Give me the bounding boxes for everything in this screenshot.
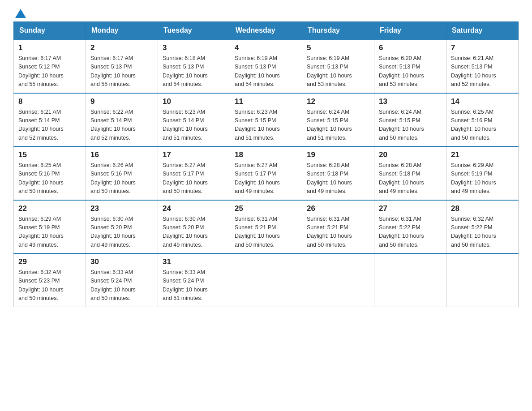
day-number: 18: [235, 150, 297, 159]
calendar-cell: 9Sunrise: 6:22 AMSunset: 5:14 PMDaylight…: [86, 93, 158, 147]
day-number: 13: [379, 97, 442, 106]
calendar-cell: [230, 253, 302, 307]
calendar-cell: 2Sunrise: 6:17 AMSunset: 5:13 PMDaylight…: [86, 39, 158, 93]
calendar-cell: 6Sunrise: 6:20 AMSunset: 5:13 PMDaylight…: [374, 39, 446, 93]
calendar-cell: 25Sunrise: 6:31 AMSunset: 5:21 PMDayligh…: [230, 200, 302, 254]
calendar-cell: 18Sunrise: 6:27 AMSunset: 5:17 PMDayligh…: [230, 146, 302, 200]
calendar-cell: [302, 253, 374, 307]
calendar-cell: 27Sunrise: 6:31 AMSunset: 5:22 PMDayligh…: [374, 200, 446, 254]
day-info: Sunrise: 6:32 AMSunset: 5:22 PMDaylight:…: [451, 215, 514, 250]
day-number: 16: [90, 150, 153, 159]
day-info: Sunrise: 6:17 AMSunset: 5:12 PMDaylight:…: [18, 54, 81, 89]
logo: [13, 9, 26, 17]
day-info: Sunrise: 6:23 AMSunset: 5:15 PMDaylight:…: [235, 108, 297, 143]
page-header: [13, 9, 519, 17]
day-info: Sunrise: 6:28 AMSunset: 5:18 PMDaylight:…: [307, 161, 369, 196]
calendar-header-wednesday: Wednesday: [230, 22, 302, 40]
calendar-header-monday: Monday: [86, 22, 158, 40]
day-number: 27: [379, 204, 442, 213]
calendar-header-row: SundayMondayTuesdayWednesdayThursdayFrid…: [14, 22, 519, 40]
calendar-cell: 3Sunrise: 6:18 AMSunset: 5:13 PMDaylight…: [158, 39, 230, 93]
calendar-header-tuesday: Tuesday: [158, 22, 230, 40]
calendar-cell: 26Sunrise: 6:31 AMSunset: 5:21 PMDayligh…: [302, 200, 374, 254]
calendar-week-row: 8Sunrise: 6:21 AMSunset: 5:14 PMDaylight…: [14, 93, 519, 147]
day-info: Sunrise: 6:27 AMSunset: 5:17 PMDaylight:…: [163, 161, 225, 196]
day-number: 31: [163, 257, 225, 266]
day-number: 23: [90, 204, 153, 213]
day-info: Sunrise: 6:25 AMSunset: 5:16 PMDaylight:…: [451, 108, 514, 143]
calendar-header-friday: Friday: [374, 22, 446, 40]
calendar-cell: 21Sunrise: 6:29 AMSunset: 5:19 PMDayligh…: [446, 146, 519, 200]
day-info: Sunrise: 6:25 AMSunset: 5:16 PMDaylight:…: [18, 161, 81, 196]
day-info: Sunrise: 6:19 AMSunset: 5:13 PMDaylight:…: [307, 54, 369, 89]
day-number: 19: [307, 150, 369, 159]
calendar-cell: 1Sunrise: 6:17 AMSunset: 5:12 PMDaylight…: [14, 39, 86, 93]
day-info: Sunrise: 6:30 AMSunset: 5:20 PMDaylight:…: [163, 215, 225, 250]
day-info: Sunrise: 6:24 AMSunset: 5:15 PMDaylight:…: [307, 108, 369, 143]
day-number: 6: [379, 43, 442, 52]
day-info: Sunrise: 6:22 AMSunset: 5:14 PMDaylight:…: [90, 108, 153, 143]
day-number: 22: [18, 204, 81, 213]
day-number: 29: [18, 257, 81, 266]
calendar-cell: [374, 253, 446, 307]
day-info: Sunrise: 6:17 AMSunset: 5:13 PMDaylight:…: [90, 54, 153, 89]
day-number: 26: [307, 204, 369, 213]
day-info: Sunrise: 6:26 AMSunset: 5:16 PMDaylight:…: [90, 161, 153, 196]
calendar-week-row: 15Sunrise: 6:25 AMSunset: 5:16 PMDayligh…: [14, 146, 519, 200]
day-number: 30: [90, 257, 153, 266]
day-info: Sunrise: 6:33 AMSunset: 5:24 PMDaylight:…: [90, 268, 153, 303]
day-number: 5: [307, 43, 369, 52]
calendar-header-saturday: Saturday: [446, 22, 519, 40]
calendar-cell: 5Sunrise: 6:19 AMSunset: 5:13 PMDaylight…: [302, 39, 374, 93]
day-info: Sunrise: 6:20 AMSunset: 5:13 PMDaylight:…: [379, 54, 442, 89]
calendar-cell: 7Sunrise: 6:21 AMSunset: 5:13 PMDaylight…: [446, 39, 519, 93]
calendar-week-row: 22Sunrise: 6:29 AMSunset: 5:19 PMDayligh…: [14, 200, 519, 254]
calendar-cell: 8Sunrise: 6:21 AMSunset: 5:14 PMDaylight…: [14, 93, 86, 147]
day-info: Sunrise: 6:30 AMSunset: 5:20 PMDaylight:…: [90, 215, 153, 250]
calendar-cell: 10Sunrise: 6:23 AMSunset: 5:14 PMDayligh…: [158, 93, 230, 147]
day-number: 17: [163, 150, 225, 159]
calendar-cell: 15Sunrise: 6:25 AMSunset: 5:16 PMDayligh…: [14, 146, 86, 200]
logo-triangle-icon: [15, 9, 26, 18]
day-info: Sunrise: 6:28 AMSunset: 5:18 PMDaylight:…: [379, 161, 442, 196]
day-number: 1: [18, 43, 81, 52]
calendar-header-sunday: Sunday: [14, 22, 86, 40]
day-info: Sunrise: 6:29 AMSunset: 5:19 PMDaylight:…: [18, 215, 81, 250]
day-number: 28: [451, 204, 514, 213]
day-info: Sunrise: 6:33 AMSunset: 5:24 PMDaylight:…: [163, 268, 225, 303]
day-info: Sunrise: 6:29 AMSunset: 5:19 PMDaylight:…: [451, 161, 514, 196]
day-number: 9: [90, 97, 153, 106]
calendar-cell: 23Sunrise: 6:30 AMSunset: 5:20 PMDayligh…: [86, 200, 158, 254]
day-number: 14: [451, 97, 514, 106]
day-number: 21: [451, 150, 514, 159]
day-number: 3: [163, 43, 225, 52]
calendar-cell: [446, 253, 519, 307]
day-info: Sunrise: 6:31 AMSunset: 5:22 PMDaylight:…: [379, 215, 442, 250]
day-info: Sunrise: 6:27 AMSunset: 5:17 PMDaylight:…: [235, 161, 297, 196]
day-number: 4: [235, 43, 297, 52]
calendar-header-thursday: Thursday: [302, 22, 374, 40]
calendar-week-row: 29Sunrise: 6:32 AMSunset: 5:23 PMDayligh…: [14, 253, 519, 307]
calendar-cell: 13Sunrise: 6:24 AMSunset: 5:15 PMDayligh…: [374, 93, 446, 147]
day-info: Sunrise: 6:21 AMSunset: 5:13 PMDaylight:…: [451, 54, 514, 89]
day-number: 11: [235, 97, 297, 106]
calendar-cell: 30Sunrise: 6:33 AMSunset: 5:24 PMDayligh…: [86, 253, 158, 307]
calendar-cell: 19Sunrise: 6:28 AMSunset: 5:18 PMDayligh…: [302, 146, 374, 200]
calendar-cell: 29Sunrise: 6:32 AMSunset: 5:23 PMDayligh…: [14, 253, 86, 307]
day-info: Sunrise: 6:18 AMSunset: 5:13 PMDaylight:…: [163, 54, 225, 89]
day-info: Sunrise: 6:31 AMSunset: 5:21 PMDaylight:…: [307, 215, 369, 250]
calendar-cell: 22Sunrise: 6:29 AMSunset: 5:19 PMDayligh…: [14, 200, 86, 254]
calendar-cell: 14Sunrise: 6:25 AMSunset: 5:16 PMDayligh…: [446, 93, 519, 147]
day-number: 24: [163, 204, 225, 213]
calendar-cell: 28Sunrise: 6:32 AMSunset: 5:22 PMDayligh…: [446, 200, 519, 254]
day-info: Sunrise: 6:32 AMSunset: 5:23 PMDaylight:…: [18, 268, 81, 303]
calendar-cell: 12Sunrise: 6:24 AMSunset: 5:15 PMDayligh…: [302, 93, 374, 147]
calendar-cell: 17Sunrise: 6:27 AMSunset: 5:17 PMDayligh…: [158, 146, 230, 200]
day-number: 20: [379, 150, 442, 159]
day-number: 8: [18, 97, 81, 106]
calendar-cell: 4Sunrise: 6:19 AMSunset: 5:13 PMDaylight…: [230, 39, 302, 93]
day-info: Sunrise: 6:24 AMSunset: 5:15 PMDaylight:…: [379, 108, 442, 143]
day-number: 12: [307, 97, 369, 106]
day-number: 15: [18, 150, 81, 159]
day-info: Sunrise: 6:31 AMSunset: 5:21 PMDaylight:…: [235, 215, 297, 250]
